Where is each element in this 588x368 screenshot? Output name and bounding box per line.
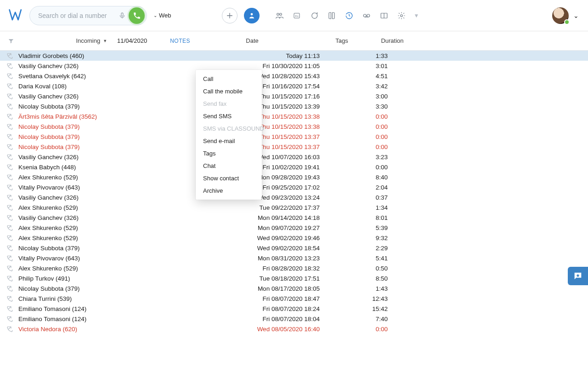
- incoming-call-icon: [6, 82, 17, 90]
- incoming-call-icon: [6, 244, 17, 252]
- svg-point-3: [279, 13, 282, 15]
- call-row[interactable]: Vitaliy Pivovarov (643)Mon 08/31/2020 13…: [0, 253, 588, 263]
- call-row[interactable]: Vasiliy Ganchev (326)Wed 09/23/2020 13:2…: [0, 192, 588, 202]
- call-duration: 3:00: [356, 93, 397, 100]
- toolbar-more-caret[interactable]: ▼: [414, 12, 419, 19]
- call-row[interactable]: Victoria Nedora (620)Wed 08/05/2020 16:4…: [0, 324, 588, 334]
- context-menu-item[interactable]: Show contact: [196, 172, 262, 184]
- call-row[interactable]: Nicolay Subbota (379)Mon 08/17/2020 18:0…: [0, 283, 588, 293]
- incoming-call-icon: [6, 194, 17, 201]
- caller-name: Chiara Turrini (539): [17, 295, 246, 302]
- call-row[interactable]: Alex Shkurenko (529)Wed 09/02/2020 19:46…: [0, 233, 588, 243]
- context-menu-item[interactable]: Call: [196, 73, 262, 85]
- incoming-call-icon: [6, 224, 17, 231]
- call-row[interactable]: Vasiliy Ganchev (326)Wed 10/07/2020 16:0…: [0, 152, 588, 162]
- call-duration: 12:43: [356, 295, 397, 302]
- call-row[interactable]: Vasiliy Ganchev (326)Thu 10/15/2020 17:1…: [0, 91, 588, 101]
- search-dial-pill[interactable]: [29, 6, 147, 25]
- call-row[interactable]: Vitaliy Pivovarov (643)Fri 09/25/2020 17…: [0, 182, 588, 192]
- call-row[interactable]: Philip Turkov (491)Tue 08/18/2020 17:518…: [0, 273, 588, 283]
- context-menu-item[interactable]: Chat: [196, 160, 262, 172]
- call-duration: 5:41: [356, 255, 397, 262]
- call-row[interactable]: Emiliano Tomasoni (124)Fri 08/07/2020 18…: [0, 314, 588, 324]
- call-date: Mon 08/31/2020 13:23: [246, 255, 320, 262]
- search-input[interactable]: [38, 12, 119, 19]
- call-row[interactable]: Alex Shkurenko (529)Mon 09/28/2020 19:43…: [0, 172, 588, 182]
- account-label: Web: [159, 12, 171, 19]
- dial-button[interactable]: [129, 7, 145, 24]
- call-duration: 4:51: [356, 73, 397, 80]
- call-duration: 2:04: [356, 184, 397, 191]
- call-date: Fri 08/07/2020 18:47: [246, 295, 320, 302]
- chat-icon[interactable]: [306, 8, 322, 23]
- svg-point-6: [363, 14, 366, 17]
- context-menu-item[interactable]: Send SMS: [196, 110, 262, 122]
- notes-link[interactable]: NOTES: [170, 38, 190, 44]
- phonebook-icon[interactable]: [324, 8, 339, 23]
- call-row[interactable]: Alex Shkurenko (529)Tue 09/22/2020 17:37…: [0, 202, 588, 213]
- call-date: Mon 09/14/2020 14:18: [246, 214, 320, 221]
- call-duration: 5:39: [356, 224, 397, 231]
- chevron-down-icon: ⌄: [153, 13, 157, 18]
- incoming-call-icon: [6, 163, 17, 171]
- column-header-duration: Duration: [369, 37, 415, 44]
- incoming-call-icon: [6, 113, 17, 120]
- history-icon[interactable]: [341, 8, 357, 23]
- call-row[interactable]: Nicolay Subbota (379)Wed 09/02/2020 18:5…: [0, 243, 588, 253]
- call-date: Tue 08/18/2020 17:51: [246, 275, 320, 282]
- direction-filter-label: Incoming: [76, 37, 100, 44]
- panels-icon[interactable]: [376, 8, 392, 23]
- call-row[interactable]: Vasiliy Ganchev (326)Fri 10/30/2020 11:0…: [0, 61, 588, 71]
- call-row[interactable]: Emiliano Tomasoni (124)Fri 08/07/2020 18…: [0, 304, 588, 314]
- call-row[interactable]: Alex Shkurenko (529)Fri 08/28/2020 18:32…: [0, 263, 588, 273]
- call-date: Today 11:13: [246, 52, 320, 59]
- call-row[interactable]: Svetlana Osavelyk (642)Wed 10/28/2020 15…: [0, 71, 588, 81]
- chevron-down-icon[interactable]: ⌄: [573, 12, 579, 19]
- call-duration: 0:00: [356, 326, 397, 333]
- call-row[interactable]: Ksenia Babych (448)Fri 10/02/2020 19:410…: [0, 162, 588, 172]
- caller-name: Alex Shkurenko (529): [17, 204, 246, 211]
- settings-icon[interactable]: [394, 8, 409, 23]
- caller-name: Alex Shkurenko (529): [17, 224, 246, 231]
- incoming-call-icon: [6, 285, 17, 292]
- context-menu-item[interactable]: Tags: [196, 147, 262, 160]
- account-selector[interactable]: ⌄ Web: [153, 12, 171, 19]
- app-logo: [6, 6, 26, 25]
- context-menu-item: SMS via CLASSOUND: [196, 122, 262, 135]
- contacts-button[interactable]: [244, 8, 260, 23]
- call-row[interactable]: Alex Shkurenko (529)Mon 09/07/2020 19:27…: [0, 223, 588, 233]
- function-keys-icon[interactable]: Fn: [289, 8, 305, 23]
- call-row[interactable]: Vladimir Gorobets (460)Today 11:131:33: [0, 51, 588, 61]
- call-row[interactable]: Nicolay Subbota (379)Thu 10/15/2020 13:3…: [0, 101, 588, 111]
- filter-icon[interactable]: [6, 38, 16, 44]
- direction-filter[interactable]: Incoming ▼: [76, 37, 107, 44]
- incoming-call-icon: [6, 214, 17, 221]
- call-row[interactable]: Nicolay Subbota (379)Thu 10/15/2020 13:3…: [0, 121, 588, 132]
- microphone-icon[interactable]: [119, 12, 126, 19]
- call-row[interactable]: Chiara Turrini (539)Fri 08/07/2020 18:47…: [0, 293, 588, 304]
- incoming-call-icon: [6, 275, 17, 282]
- avatar: [552, 7, 569, 24]
- feedback-tab[interactable]: [568, 267, 588, 285]
- context-menu-item[interactable]: Archive: [196, 184, 262, 197]
- user-menu[interactable]: ⌄: [552, 7, 579, 24]
- toolbar: Fn ▼: [222, 8, 419, 23]
- call-row[interactable]: Daria Koval (108)Fri 10/16/2020 17:543:4…: [0, 81, 588, 91]
- svg-point-7: [367, 14, 369, 17]
- call-row[interactable]: Ärt3mis ßêta Pärzivâl (3562)Thu 10/15/20…: [0, 111, 588, 121]
- incoming-call-icon: [6, 123, 17, 130]
- caller-name: Emiliano Tomasoni (124): [17, 305, 246, 312]
- call-row[interactable]: Vasiliy Ganchev (326)Mon 09/14/2020 14:1…: [0, 213, 588, 223]
- colleagues-icon[interactable]: [271, 8, 287, 23]
- call-row[interactable]: Nicolay Subbota (379)Thu 10/15/2020 13:3…: [0, 132, 588, 142]
- call-row[interactable]: Nicolay Subbota (379)Thu 10/15/2020 13:3…: [0, 142, 588, 152]
- incoming-call-icon: [6, 204, 17, 211]
- date-filter[interactable]: 11/04/2020: [117, 37, 147, 44]
- call-date: Tue 09/22/2020 17:37: [246, 204, 320, 211]
- add-button[interactable]: [222, 8, 237, 23]
- svg-text:Fn: Fn: [295, 15, 298, 17]
- context-menu-item[interactable]: Send e-mail: [196, 135, 262, 147]
- voicemail-icon[interactable]: [359, 8, 374, 23]
- incoming-call-icon: [6, 234, 17, 242]
- context-menu-item[interactable]: Call the mobile: [196, 85, 262, 98]
